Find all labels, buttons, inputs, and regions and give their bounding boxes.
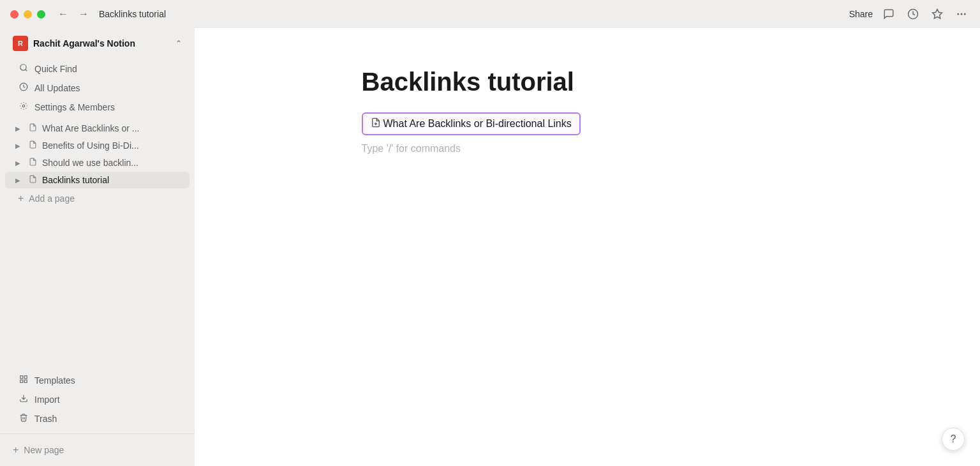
window-controls <box>10 10 45 19</box>
svg-point-5 <box>20 64 26 70</box>
page-chevron-icon: ▶ <box>15 177 23 184</box>
favorite-icon-button[interactable] <box>929 6 946 22</box>
nav-controls: ← → <box>56 6 91 22</box>
import-label: Import <box>34 395 60 405</box>
sidebar-item-all-updates[interactable]: All Updates <box>5 79 189 97</box>
sidebar-item-quick-find[interactable]: Quick Find <box>5 59 189 78</box>
page-link-block[interactable]: What Are Backlinks or Bi-directional Lin… <box>362 112 581 135</box>
page-chevron-icon: ▶ <box>15 125 23 132</box>
svg-point-8 <box>22 105 25 107</box>
settings-icon <box>18 101 29 112</box>
page-title: Backlinks tutorial <box>362 66 574 97</box>
sidebar-page-2-label: Benefits of Using Bi-Di... <box>42 140 139 151</box>
sidebar-item-trash[interactable]: Trash <box>5 409 189 428</box>
sidebar-item-templates[interactable]: Templates <box>5 371 189 389</box>
sidebar-page-4-label: Backlinks tutorial <box>42 175 109 185</box>
page-title-bar: Backlinks tutorial <box>99 9 849 19</box>
content-area: Backlinks tutorial What Are Backlinks or… <box>195 28 980 466</box>
svg-point-3 <box>961 13 962 15</box>
svg-rect-12 <box>20 380 23 382</box>
page-doc-icon <box>27 123 38 133</box>
workspace-avatar: R <box>13 36 28 51</box>
sidebar-bottom: Templates Import <box>0 368 195 433</box>
share-button[interactable]: Share <box>849 9 873 19</box>
templates-icon <box>18 375 29 386</box>
workspace-selector[interactable]: R Rachit Agarwal's Notion ⌃ <box>5 31 189 56</box>
svg-marker-1 <box>933 10 942 19</box>
sidebar-page-2[interactable]: ▶ Benefits of Using Bi-Di... <box>5 137 189 154</box>
history-icon-button[interactable] <box>905 6 921 22</box>
forward-button[interactable]: → <box>76 6 91 22</box>
sidebar-item-settings[interactable]: Settings & Members <box>5 98 189 116</box>
svg-line-6 <box>26 70 27 71</box>
minimize-button[interactable] <box>24 10 32 19</box>
page-doc-icon <box>27 158 38 168</box>
link-page-icon <box>371 117 381 130</box>
sidebar-footer: + New page <box>0 433 195 466</box>
close-button[interactable] <box>10 10 19 19</box>
sidebar: R Rachit Agarwal's Notion ⌃ Quick Find <box>0 28 195 466</box>
svg-rect-11 <box>24 380 27 382</box>
sidebar-item-import[interactable]: Import <box>5 390 189 409</box>
sidebar-page-1[interactable]: ▶ What Are Backlinks or ... <box>5 120 189 137</box>
sidebar-nav: Quick Find All Updates S <box>0 59 195 117</box>
svg-point-2 <box>958 13 959 15</box>
workspace-name: Rachit Agarwal's Notion <box>33 38 170 49</box>
main-layout: R Rachit Agarwal's Notion ⌃ Quick Find <box>0 28 980 466</box>
sidebar-page-3-label: Should we use backlin... <box>42 158 138 168</box>
sidebar-pages: ▶ What Are Backlinks or ... ▶ <box>0 117 195 368</box>
help-button[interactable]: ? <box>942 428 965 451</box>
page-chevron-icon: ▶ <box>15 142 23 149</box>
sidebar-page-1-label: What Are Backlinks or ... <box>42 123 140 133</box>
add-page-label: Add a page <box>29 193 75 204</box>
svg-rect-9 <box>20 376 23 379</box>
comment-icon-button[interactable] <box>880 6 897 22</box>
clock-icon <box>18 82 29 93</box>
titlebar-actions: Share <box>849 6 970 22</box>
plus-icon: + <box>18 193 24 204</box>
svg-rect-10 <box>24 376 27 379</box>
sidebar-item-all-updates-label: All Updates <box>34 83 80 93</box>
trash-icon <box>18 413 29 424</box>
maximize-button[interactable] <box>37 10 45 19</box>
sidebar-item-quick-find-label: Quick Find <box>34 64 77 74</box>
import-icon <box>18 394 29 405</box>
new-page-label: New page <box>24 445 64 455</box>
new-page-button[interactable]: + New page <box>5 439 189 461</box>
templates-label: Templates <box>34 375 75 386</box>
search-icon <box>18 63 29 74</box>
sidebar-item-settings-label: Settings & Members <box>34 102 115 112</box>
sidebar-page-4[interactable]: ▶ Backlinks tutorial <box>5 172 189 188</box>
page-placeholder[interactable]: Type '/' for commands <box>362 140 461 157</box>
sidebar-page-3[interactable]: ▶ Should we use backlin... <box>5 154 189 171</box>
workspace-chevron-icon: ⌃ <box>175 39 182 48</box>
new-page-plus-icon: + <box>13 444 19 456</box>
titlebar: ← → Backlinks tutorial Share <box>0 0 980 28</box>
trash-label: Trash <box>34 414 57 424</box>
back-button[interactable]: ← <box>56 6 71 22</box>
page-content: Backlinks tutorial What Are Backlinks or… <box>301 28 875 466</box>
add-page-button[interactable]: + Add a page <box>5 189 189 208</box>
svg-point-4 <box>965 13 966 15</box>
page-doc-icon <box>27 140 38 151</box>
page-chevron-icon: ▶ <box>15 160 23 167</box>
more-options-button[interactable] <box>953 6 970 22</box>
page-link-label: What Are Backlinks or Bi-directional Lin… <box>383 118 572 130</box>
page-doc-icon <box>27 175 38 185</box>
